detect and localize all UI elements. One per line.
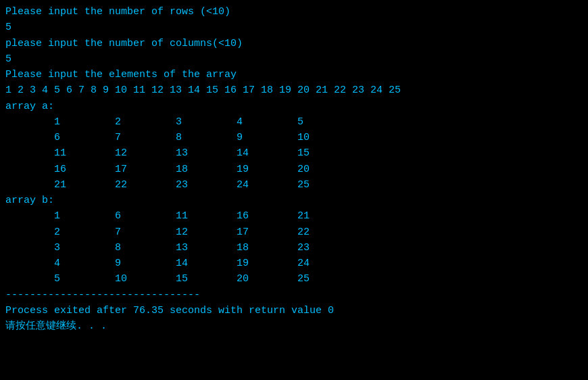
output-line-13: array b: [5,193,583,208]
output-line-10: 11 12 13 14 15 [5,145,583,161]
output-line-21: Process exited after 76.35 seconds with … [5,303,583,318]
output-line-17: 4 9 14 19 24 [5,256,583,271]
output-line-1: Please input the number of rows (<10) [5,4,583,20]
output-line-7: array a: [5,99,583,114]
terminal-window: Please input the number of rows (<10) 5 … [0,0,588,380]
output-line-4: 5 [5,51,583,67]
output-line-5: Please input the elements of the array [5,67,583,82]
output-line-15: 2 7 12 17 22 [5,224,583,240]
output-line-8: 1 2 3 4 5 [5,114,583,130]
output-line-12: 21 22 23 24 25 [5,177,583,193]
output-line-16: 3 8 13 18 23 [5,240,583,256]
output-line-6: 1 2 3 4 5 6 7 8 9 10 11 12 13 14 15 16 1… [5,82,583,98]
output-line-2: 5 [5,20,583,35]
output-line-9: 6 7 8 9 10 [5,130,583,145]
output-line-18: 5 10 15 20 25 [5,271,583,287]
output-line-11: 16 17 18 19 20 [5,162,583,177]
output-line-20: -------------------------------- [5,287,583,303]
output-line-22: 请按任意键继续. . . [5,318,583,334]
output-line-14: 1 6 11 16 21 [5,208,583,224]
output-line-3: please input the number of columns(<10) [5,36,583,51]
